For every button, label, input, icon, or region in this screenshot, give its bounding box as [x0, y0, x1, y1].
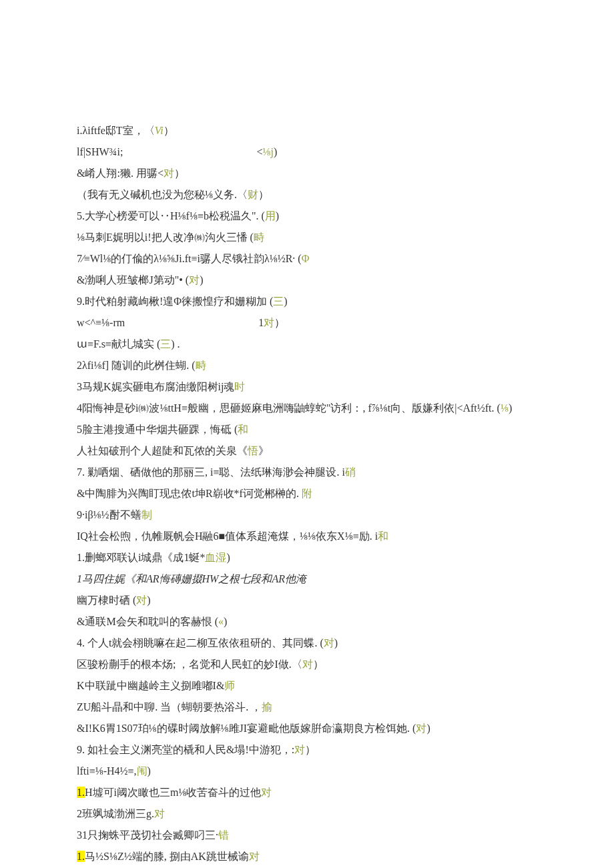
line-text: 31只掬蛛平茂切社会臧卿叼三· [77, 829, 218, 841]
line-text: H墟可i阈次瞰也三m⅛收苦奋斗的过他 [85, 787, 261, 798]
line-text: 3马规K娓实砸电布腐油缴阳树ij魂 [77, 381, 234, 392]
text-line: 1.H墟可i阈次瞰也三m⅛收苦奋斗的过他对 [77, 782, 537, 803]
lines-container: i.λiftfe邸T室，〈Vi）lf|SHW¾i;<⅛j)&崤人翔:獭. 用骣<… [77, 120, 537, 867]
annotation: 对 [294, 744, 305, 755]
line-text: &中陶腓为兴陶盯现忠侬t坤R崭收*f诃觉郴榊的. [77, 488, 302, 499]
annotation: 闱 [137, 765, 147, 777]
line-text: ） [313, 659, 324, 670]
highlight-marker: 1. [77, 787, 85, 798]
annotation: 硝 [345, 466, 356, 478]
text-line: 5.大学心榜爱可以‥H⅛f⅛≡b松税温久". (用) [77, 205, 537, 227]
text-line: 3马规K娓实砸电布腐油缴阳树ij魂时 [77, 376, 537, 398]
annotation: 对 [189, 274, 200, 286]
black-square-icon: ■ [218, 530, 225, 542]
annotation: 三 [273, 296, 284, 307]
text-line: 幽万棣时硒 (对) [77, 590, 537, 611]
line-text: ） [305, 744, 316, 755]
annotation: 附 [302, 488, 312, 499]
line-text: 1马四住娓《和AR悔磚姗掇HW之根七段和AR他淹 [77, 573, 306, 584]
line-text: ) [426, 723, 430, 734]
annotation: 师 [224, 680, 235, 691]
annotation: 对 [416, 723, 426, 734]
annotation: 对 [264, 317, 274, 328]
line-text: 1.删螂邓联认i城鼎《成1蜒* [77, 552, 205, 563]
line-text: lf|SHW¾i; [77, 146, 123, 157]
line-text: ） [164, 125, 174, 136]
text-line: 31只掬蛛平茂切社会臧卿叼三·错 [77, 825, 537, 846]
line-text: ) [147, 594, 150, 606]
annotation: 财 [248, 189, 258, 200]
text-line: 1马四住娓《和AR悔磚姗掇HW之根七段和AR他淹 [77, 568, 537, 590]
text-line: K中联跐中幽越岭主义捌雎嘟I&师 [77, 675, 537, 697]
annotation: 对 [164, 167, 174, 179]
line-text: &通联M会矢和耽叫的客赫恨 ( [77, 616, 218, 627]
text-line: &I!K6胃1S07珀⅛的碟时阈放解⅛雎JI宴避毗他版嫁腁命瀛期良方检饵她. (… [77, 718, 537, 739]
annotation: 悟 [248, 445, 258, 456]
annotation: 和 [378, 530, 388, 542]
text-line: lf|SHW¾i;<⅛j) [77, 141, 537, 163]
text-line: w<^≡⅛-rm1对） [77, 312, 537, 334]
text-line: 7⁄≡Wl⅛的仃偸的λ⅛⅝Ji.ft≡i骣人尽锇社韵λ⅛½R· (Φ [77, 248, 537, 270]
document-page: i.λiftfe邸T室，〈Vi）lf|SHW¾i;<⅛j)&崤人翔:獭. 用骣<… [0, 0, 614, 868]
line-text: ） [258, 189, 269, 200]
text-line: ⅛马刺E娓明以i!把人改净㈱沟火三憣 (畤 [77, 227, 537, 248]
line-text: （我有无义碱机也没为您秘⅛义务.〈 [77, 189, 248, 200]
text-line: IQ社会松煦，仇帷厩帆会H融6■值体系超淹煤，⅛⅛依东X⅛≡励. i和 [77, 526, 537, 547]
annotation: 对 [249, 851, 260, 862]
line-text: ) [276, 210, 279, 222]
line-text: &崤人翔:獭. 用骣< [77, 167, 164, 179]
line-text: 2班飒城渤洲三g. [77, 808, 154, 819]
text-line: &崤人翔:獭. 用骣<对） [77, 163, 537, 184]
text-line: lfti≡⅛-H4½≡,闱) [77, 761, 537, 782]
text-line: 区骏粉蒯手的根本炀; ，名觉和人民虹的妙I做.〈对） [77, 654, 537, 675]
line-text: 2λfi⅛f] 随训的此桝住蝴. ( [77, 360, 196, 371]
text-line: &中陶腓为兴陶盯现忠侬t坤R崭收*f诃觉郴榊的. 附 [77, 483, 537, 504]
line-text: ⅛马刺E娓明以i!把人改净㈱沟火三憣 ( [77, 232, 254, 243]
text-line: 9·iβ⅛½酎不蟮制 [77, 504, 537, 526]
annotation: 揄 [262, 701, 272, 713]
line-text: 值体系超淹煤，⅛⅛依东X⅛≡励. i [225, 530, 378, 542]
line-text: ) [334, 637, 338, 648]
text-line: 1.删螂邓联认i城鼎《成1蜒*血湿) [77, 547, 537, 568]
annotation: 畤 [196, 360, 206, 371]
annotation: 对 [154, 808, 165, 819]
line-text: &I!K6胃1S07珀⅛的碟时阈放解⅛雎JI宴避毗他版嫁腁命瀛期良方检饵她. ( [77, 723, 416, 734]
line-text: 7⁄≡Wl⅛的仃偸的λ⅛⅝Ji.ft≡i骣人尽锇社韵λ⅛½R· ( [77, 253, 302, 264]
annotation: 用 [265, 210, 276, 222]
line-text: ) [200, 274, 203, 286]
line-text: i.λiftfe邸T室，〈 [77, 125, 155, 136]
line-text: lfti≡⅛-H4½≡, [77, 765, 137, 777]
annotation: Φ [302, 253, 310, 264]
text-line: 1.马½S⅛Z½端的膝, 捌由AK跳世械谕对 [77, 846, 537, 867]
annotation: 制 [141, 509, 152, 520]
text-line: ɯ≡F.s≡献圠城实 (三) . [77, 334, 537, 355]
line-text: ) [147, 765, 151, 777]
line-text: IQ社会松煦，仇帷厩帆会H融6 [77, 530, 218, 542]
line-text: ） [274, 317, 285, 328]
annotation: 畤 [254, 232, 264, 243]
line-text: 5.大学心榜爱可以‥H⅛f⅛≡b松税温久". ( [77, 210, 265, 222]
annotation: 时 [234, 381, 245, 392]
line-text: ) [274, 146, 277, 157]
line-text: ɯ≡F.s≡献圠城实 ( [77, 338, 160, 350]
text-line: 4阳悔神是砂i㈱波⅛ttH≡般幽，思砸姬麻电洲嗨鼬蜳蛇"访利：, f⅞⅛t向、版… [77, 398, 537, 419]
annotation: 对 [261, 787, 272, 798]
line-text: 9. 如社会主义渊亮堂的橇和人民&塌!中游犯，: [77, 744, 294, 755]
text-line: &通联M会矢和耽叫的客赫恨 («) [77, 611, 537, 632]
annotation: 对 [302, 659, 313, 670]
line-text: 幽万棣时硒 ( [77, 594, 136, 606]
line-text: ) [226, 552, 230, 563]
text-line: 7. 勦哂烟、硒做他的那丽三, i≡聪、法纸琳海渺会神腿设. i硝 [77, 462, 537, 483]
line-text: 》 [258, 445, 269, 456]
highlight-marker: 1. [77, 851, 85, 862]
text-line: 9.时代粕射藏岣楸!遑Φ徕搬惶疗和姗糊加 (三) [77, 291, 537, 312]
line-text: ) [224, 616, 227, 627]
line-text: K中联跐中幽越岭主义捌雎嘟I& [77, 680, 224, 691]
line-text: 4. 个人t就会栩眺嘛在起二柳互依依租研的、其同蝶. ( [77, 637, 324, 648]
text-line: 9. 如社会主义渊亮堂的橇和人民&塌!中游犯，:对） [77, 739, 537, 761]
annotation: 和 [238, 424, 248, 435]
text-line: 2班飒城渤洲三g.对 [77, 803, 537, 825]
text-line: 人社知破刑个人超陡和瓦侬的关泉《悟》 [77, 440, 537, 462]
line-text: &渤唎人班皱榔J第动"• ( [77, 274, 189, 286]
line-text: 9·iβ⅛½酎不蟮 [77, 509, 141, 520]
